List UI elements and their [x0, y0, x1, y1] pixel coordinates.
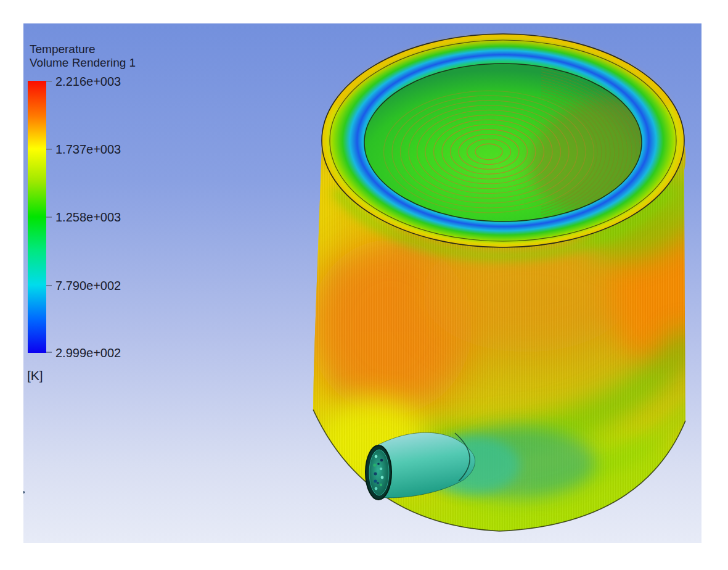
legend-tick-mark [46, 217, 52, 218]
nozzle-face [369, 450, 389, 495]
legend-tick-mark [46, 81, 52, 82]
legend-unit: [K] [27, 368, 43, 383]
legend-colorbar [28, 81, 46, 353]
legend-tick-label: 1.737e+003 [55, 143, 121, 155]
temperature-legend: Temperature Volume Rendering 1 2.216e+00… [23, 23, 184, 406]
legend-tick-mark [46, 285, 52, 286]
application-window: { "legend": { "title": "Temperature", "s… [0, 0, 728, 570]
legend-tick-label: 1.258e+003 [55, 211, 121, 223]
legend-tick-label: 2.999e+002 [55, 347, 121, 359]
injector-holes [23, 455, 383, 494]
legend-tick-mark [46, 149, 52, 150]
legend-tick-label: 2.216e+003 [55, 75, 121, 88]
inlet-nozzle [23, 432, 475, 500]
legend-variable-title: Temperature [30, 43, 136, 56]
legend-tick-mark [46, 352, 52, 353]
legend-object-subtitle: Volume Rendering 1 [30, 56, 136, 70]
render-viewport[interactable]: Temperature Volume Rendering 1 2.216e+00… [23, 23, 701, 543]
legend-title-block: Temperature Volume Rendering 1 [30, 43, 136, 70]
legend-tick-label: 7.790e+002 [55, 279, 121, 292]
